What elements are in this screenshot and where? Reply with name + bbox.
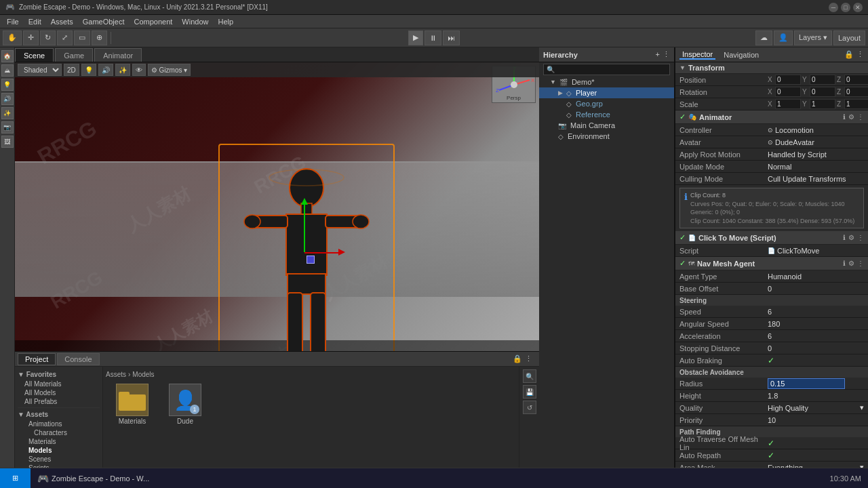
lighting-button[interactable]: 💡	[81, 64, 96, 76]
animator-info-icon[interactable]: ℹ	[843, 113, 846, 121]
menu-file[interactable]: File	[3, 16, 23, 27]
animator-menu-icon[interactable]: ⋮	[857, 113, 864, 121]
fx-icon[interactable]: ✨	[1, 107, 14, 119]
maximize-button[interactable]: □	[841, 3, 850, 12]
position-x[interactable]	[775, 75, 801, 85]
step-button[interactable]: ⏭	[443, 30, 460, 45]
menu-window[interactable]: Window	[178, 16, 212, 27]
menu-assets[interactable]: Assets	[47, 16, 77, 27]
breadcrumb-assets[interactable]: Assets	[106, 371, 126, 378]
pause-button[interactable]: ⏸	[425, 30, 441, 45]
gizmos-button[interactable]: ⚙ Gizmos ▾	[148, 64, 191, 76]
menu-gameobject[interactable]: GameObject	[79, 16, 129, 27]
tree-models[interactable]: Models	[18, 446, 100, 455]
hidden-obj-button[interactable]: 👁	[132, 64, 146, 76]
terrain-icon[interactable]: ⛰	[1, 64, 14, 77]
play-button[interactable]: ▶	[408, 30, 423, 45]
nav-gear-icon[interactable]: ⚙	[848, 260, 854, 267]
minimize-button[interactable]: ─	[829, 3, 838, 12]
search-button[interactable]: 🔍	[523, 369, 536, 383]
rotation-z[interactable]	[844, 87, 868, 97]
hierarchy-player[interactable]: ▶ ◇ Player	[539, 87, 674, 98]
layout-button[interactable]: Layout	[833, 30, 865, 45]
tree-animations[interactable]: Animations	[18, 420, 100, 428]
position-z[interactable]	[844, 75, 868, 85]
taskbar-app[interactable]: 🎮 Zombie Escape - Demo - W...	[31, 468, 156, 489]
menu-component[interactable]: Component	[130, 16, 176, 27]
tab-game[interactable]: Game	[55, 48, 93, 62]
auto-traverse-value[interactable]: ✓	[768, 439, 864, 448]
rect-tool-button[interactable]: ▭	[74, 30, 90, 45]
save-button[interactable]: 💾	[523, 385, 536, 399]
click-to-move-header[interactable]: ✓ 📄 Click To Move (Script) ℹ ⚙ ⋮	[675, 231, 868, 245]
account-button[interactable]: 👤	[774, 30, 793, 45]
hierarchy-search-input[interactable]	[543, 64, 670, 75]
inspector-menu-icon[interactable]: ⋮	[856, 50, 864, 59]
scale-y[interactable]	[810, 99, 835, 109]
radius-input[interactable]	[768, 378, 845, 389]
scene-viewport[interactable]: Shaded 2D 💡 🔊 ✨ 👁 ⚙ Gizmos ▾ RRCG 人人素材 R…	[15, 62, 539, 351]
rotation-x[interactable]	[775, 87, 801, 97]
nav-menu-icon[interactable]: ⋮	[857, 260, 864, 267]
hierarchy-reference[interactable]: ◇ Reference	[539, 109, 674, 120]
hierarchy-add-button[interactable]: +	[656, 50, 660, 59]
rotate-tool-button[interactable]: ↻	[40, 30, 56, 45]
menu-help[interactable]: Help	[214, 16, 237, 27]
scene-icon[interactable]: 🏠	[1, 50, 14, 62]
tab-scene[interactable]: Scene	[15, 48, 54, 62]
fav-all-materials[interactable]: All Materials	[18, 380, 100, 388]
radius-value[interactable]	[768, 378, 864, 389]
hand-tool-button[interactable]: ✋	[3, 30, 22, 45]
tree-characters[interactable]: Characters	[18, 428, 100, 437]
character-3d[interactable]	[232, 150, 381, 351]
layers-button[interactable]: Layers ▾	[794, 30, 832, 45]
tab-animator[interactable]: Animator	[94, 48, 142, 62]
inspector-tab[interactable]: Inspector	[679, 50, 715, 60]
camera-icon-tool[interactable]: 📷	[1, 121, 14, 134]
project-menu-icon[interactable]: ⋮	[525, 354, 532, 363]
nav-info-icon[interactable]: ℹ	[843, 260, 846, 267]
refresh-button[interactable]: ↺	[523, 401, 536, 414]
animator-gear-icon[interactable]: ⚙	[848, 113, 854, 121]
scale-tool-button[interactable]: ⤢	[57, 30, 73, 45]
hierarchy-environment[interactable]: ◇ Environment	[539, 131, 674, 142]
fav-all-prefabs[interactable]: All Prefabs	[18, 397, 100, 406]
audio-scene-button[interactable]: 🔊	[98, 64, 113, 76]
collab-button[interactable]: ☁	[755, 30, 772, 45]
hierarchy-menu-button[interactable]: ⋮	[663, 50, 670, 59]
tree-materials[interactable]: Materials	[18, 437, 100, 446]
transform-tool-button[interactable]: ⊕	[92, 30, 107, 45]
asset-materials[interactable]: Materials	[108, 384, 156, 425]
start-button[interactable]: ⊞	[0, 468, 31, 489]
scale-z[interactable]	[844, 99, 868, 109]
breadcrumb-models[interactable]: Models	[132, 371, 154, 378]
ctm-menu-icon[interactable]: ⋮	[857, 234, 864, 241]
position-y[interactable]	[810, 75, 835, 85]
audio-icon[interactable]: 🔊	[1, 93, 14, 105]
tab-project[interactable]: Project	[18, 353, 56, 365]
hierarchy-main-camera[interactable]: 📷 Main Camera	[539, 120, 674, 131]
auto-braking-value[interactable]: ✓	[768, 356, 864, 365]
asset-dude[interactable]: 👤 1 Dude	[161, 384, 209, 425]
tree-scenes[interactable]: Scenes	[18, 455, 100, 464]
light-icon[interactable]: 💡	[1, 79, 14, 91]
2d-button[interactable]: 2D	[64, 64, 79, 76]
move-tool-button[interactable]: ✛	[23, 30, 39, 45]
hierarchy-search[interactable]	[539, 62, 674, 77]
scale-x[interactable]	[775, 99, 801, 109]
inspector-lock-icon[interactable]: 🔒	[844, 50, 854, 59]
quality-dropdown[interactable]: High Quality ▾	[768, 403, 864, 412]
nav-mesh-header[interactable]: ✓ 🗺 Nav Mesh Agent ℹ ⚙ ⋮	[675, 257, 868, 270]
ctm-gear-icon[interactable]: ⚙	[848, 234, 854, 241]
auto-repath-value[interactable]: ✓	[768, 451, 864, 460]
ui-icon[interactable]: 🖼	[1, 136, 14, 148]
close-button[interactable]: ✕	[853, 3, 863, 12]
navigation-tab[interactable]: Navigation	[721, 51, 762, 59]
animator-section-header[interactable]: ✓ 🎭 Animator ℹ ⚙ ⋮	[675, 110, 868, 124]
ctm-info-icon[interactable]: ℹ	[843, 234, 846, 241]
hierarchy-demo[interactable]: ▼ 🎬 Demo*	[539, 77, 674, 87]
tab-console[interactable]: Console	[57, 353, 99, 365]
fx-scene-button[interactable]: ✨	[115, 64, 130, 76]
shading-dropdown[interactable]: Shaded	[18, 64, 62, 76]
menu-edit[interactable]: Edit	[24, 16, 45, 27]
